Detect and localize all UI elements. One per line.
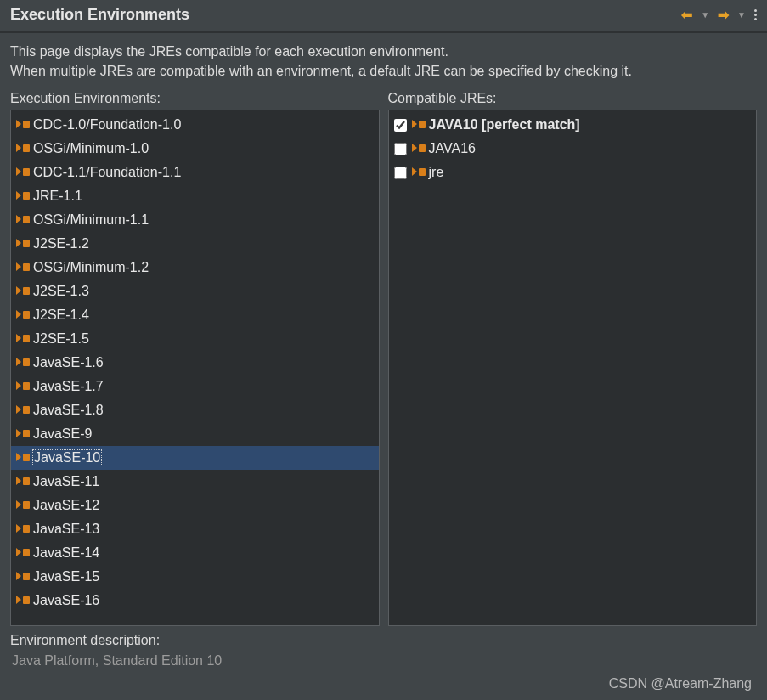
environment-item-label: JavaSE-1.7 [33,379,104,394]
library-icon [16,215,30,225]
environment-item[interactable]: J2SE-1.2 [11,232,379,256]
environment-item-label: CDC-1.1/Foundation-1.1 [33,165,181,180]
environment-item-label: JavaSE-13 [33,522,99,537]
environment-item-label: JavaSE-12 [33,498,99,513]
environment-item[interactable]: JRE-1.1 [11,184,379,208]
environment-item[interactable]: JavaSE-1.8 [11,398,379,422]
environment-item[interactable]: JavaSE-14 [11,541,379,565]
environment-item[interactable]: J2SE-1.3 [11,279,379,303]
nav-back-menu[interactable]: ▼ [699,8,711,21]
environment-item[interactable]: J2SE-1.5 [11,327,379,351]
library-icon [16,477,30,487]
environment-item-label: JavaSE-1.6 [33,355,104,370]
environment-item[interactable]: OSGi/Minimum-1.2 [11,256,379,279]
environment-item-label: J2SE-1.5 [33,331,89,347]
library-icon [412,144,426,154]
jre-item-label: jre [429,165,444,180]
environment-item[interactable]: JavaSE-13 [11,517,379,541]
description-line1: This page displays the JREs compatible f… [10,42,757,61]
environments-label: Execution Environments: [10,91,380,106]
watermark: CSDN @Atream-Zhang [609,676,752,692]
environment-item[interactable]: JavaSE-12 [11,494,379,517]
environments-listbox[interactable]: CDC-1.0/Foundation-1.0OSGi/Minimum-1.0CD… [10,110,380,626]
environment-item-label: JavaSE-9 [33,426,92,442]
library-icon [16,453,30,463]
page-title: Execution Environments [10,6,189,24]
environment-item-label: JavaSE-1.8 [33,403,104,418]
environment-item[interactable]: OSGi/Minimum-1.0 [11,137,379,161]
environment-item-label: OSGi/Minimum-1.0 [33,141,149,156]
environment-item[interactable]: JavaSE-9 [11,422,379,446]
environment-item[interactable]: JavaSE-15 [11,565,379,589]
caret-down-icon: ▼ [701,10,709,20]
caret-down-icon: ▼ [737,10,746,20]
library-icon [16,239,30,249]
library-icon [16,572,30,582]
library-icon [412,167,426,178]
environment-item[interactable]: JavaSE-1.7 [11,375,379,398]
environment-description-section: Environment description: Java Platform, … [0,626,767,672]
environment-item[interactable]: CDC-1.0/Foundation-1.0 [11,113,379,137]
environment-item[interactable]: J2SE-1.4 [11,303,379,327]
jre-item[interactable]: jre [389,161,757,184]
nav-forward-button[interactable]: ➡ [716,5,730,25]
library-icon [16,358,30,368]
environment-item-label: OSGi/Minimum-1.1 [33,212,149,228]
environment-item-label: OSGi/Minimum-1.2 [33,260,149,275]
environment-item[interactable]: JavaSE-11 [11,470,379,494]
environment-item-label: JavaSE-14 [33,545,99,561]
jre-item-label: JAVA10 [perfect match] [429,117,580,133]
jre-checkbox[interactable] [394,143,407,155]
jre-item[interactable]: JAVA16 [389,137,757,161]
library-icon [16,144,30,154]
page-menu-button[interactable] [753,8,759,22]
description-line2: When multiple JREs are compatible with a… [10,61,757,81]
environment-item-label: JavaSE-15 [33,569,99,584]
nav-back-button[interactable]: ⬅ [680,5,694,25]
library-icon [16,381,30,392]
library-icon [16,286,30,296]
environment-item[interactable]: JavaSE-16 [11,589,379,612]
environment-item-label: J2SE-1.4 [33,308,89,323]
jres-listbox[interactable]: JAVA10 [perfect match]JAVA16jre [388,110,758,626]
page-header: Execution Environments ⬅ ▼ ➡ ▼ [0,0,767,33]
environment-description-value: Java Platform, Standard Edition 10 [10,650,757,672]
library-icon [16,405,30,415]
header-toolbar: ⬅ ▼ ➡ ▼ [680,5,759,25]
environment-item-label: JRE-1.1 [33,189,82,204]
nav-forward-menu[interactable]: ▼ [736,8,747,21]
jre-item[interactable]: JAVA10 [perfect match] [389,113,757,137]
arrow-left-icon: ⬅ [681,7,692,23]
environment-item[interactable]: JavaSE-10 [11,446,379,470]
jre-checkbox[interactable] [394,119,407,132]
library-icon [16,262,30,273]
library-icon [16,548,30,558]
library-icon [16,310,30,320]
environment-item-label: J2SE-1.2 [33,236,89,251]
environment-description-label: Environment description: [10,633,757,648]
library-icon [16,167,30,178]
columns-container: Execution Environments: CDC-1.0/Foundati… [0,91,767,626]
library-icon [16,524,30,534]
arrow-right-icon: ➡ [718,7,729,23]
library-icon [412,120,426,130]
environment-item[interactable]: CDC-1.1/Foundation-1.1 [11,161,379,184]
jre-checkbox[interactable] [394,167,407,179]
library-icon [16,429,30,439]
library-icon [16,500,30,511]
jres-column: Compatible JREs: JAVA10 [perfect match]J… [388,91,758,626]
environment-item[interactable]: JavaSE-1.6 [11,351,379,375]
environment-item-label: J2SE-1.3 [33,284,89,299]
page-description: This page displays the JREs compatible f… [0,33,767,91]
library-icon [16,596,30,606]
environment-item-label: JavaSE-16 [33,593,99,608]
environment-item-label: JavaSE-10 [33,450,101,466]
environment-item[interactable]: OSGi/Minimum-1.1 [11,208,379,232]
jre-item-label: JAVA16 [429,141,476,156]
environment-item-label: CDC-1.0/Foundation-1.0 [33,117,181,133]
library-icon [16,334,30,344]
library-icon [16,191,30,201]
jres-label: Compatible JREs: [388,91,758,106]
environments-column: Execution Environments: CDC-1.0/Foundati… [10,91,380,626]
environment-item-label: JavaSE-11 [33,474,99,489]
